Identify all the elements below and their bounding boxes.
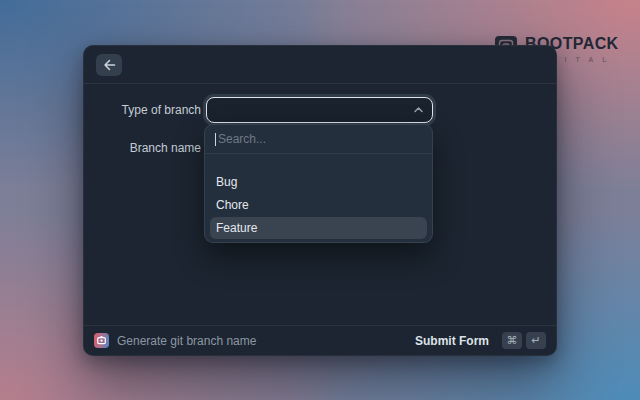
app-window: Type of branch Branch name Search... Bug…	[83, 45, 557, 356]
search-placeholder: Search...	[218, 132, 266, 146]
window-footer: Generate git branch name Submit Form ⌘ ↵	[84, 325, 556, 355]
dropdown-option-list: Bug Chore Feature	[205, 171, 432, 243]
submit-form-label: Submit Form	[415, 334, 489, 348]
command-key-icon: ⌘	[502, 332, 522, 349]
dropdown-option-feature[interactable]: Feature	[210, 217, 427, 239]
command-name: Generate git branch name	[117, 334, 256, 348]
dropdown-option-chore[interactable]: Chore	[210, 194, 427, 216]
desktop-background: BOOTPACK DIGITAL Type of branch Branch n…	[0, 0, 640, 400]
arrow-left-icon	[103, 59, 116, 71]
window-header	[84, 46, 556, 84]
dropdown-option-bug[interactable]: Bug	[210, 171, 427, 193]
chevron-up-icon	[413, 106, 424, 114]
dropdown-search-input[interactable]: Search...	[205, 125, 432, 153]
type-of-branch-label: Type of branch	[84, 97, 201, 123]
text-cursor	[215, 133, 216, 146]
branch-type-dropdown-panel: Search... Bug Chore Feature	[204, 124, 433, 243]
back-button[interactable]	[96, 54, 122, 76]
type-of-branch-select[interactable]	[206, 97, 433, 123]
extension-icon	[94, 333, 109, 348]
branch-name-label: Branch name	[84, 135, 201, 161]
dropdown-section-spacer	[205, 154, 432, 171]
submit-form-button[interactable]: Submit Form ⌘ ↵	[415, 332, 546, 349]
return-key-icon: ↵	[526, 332, 546, 349]
